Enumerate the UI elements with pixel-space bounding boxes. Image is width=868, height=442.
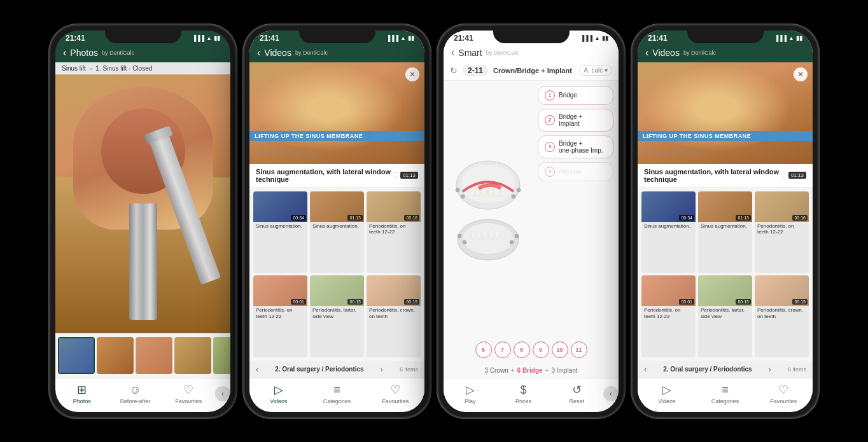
video-thumb-2-6: 00:19: [367, 275, 421, 306]
option-1[interactable]: 1 Bridge: [538, 86, 613, 105]
tab-before-after[interactable]: ☺ Before-after: [109, 383, 162, 404]
prices-icon: $: [521, 383, 527, 397]
sinus-illustration: [55, 74, 230, 333]
thumb-5[interactable]: [213, 337, 230, 374]
close-button-4[interactable]: ✕: [794, 67, 808, 81]
video-card-2-4[interactable]: 00:01 Periodontitis, on teeth 12-22: [253, 275, 307, 357]
summary-plus-1: +: [511, 367, 515, 374]
tab-videos-2[interactable]: ▷ Videos: [249, 383, 308, 404]
reset-icon: ↺: [572, 383, 582, 397]
thumb-3[interactable]: [136, 337, 172, 374]
phone2-screen: 21:41 ▐▐▐ ▲ ▮▮ ‹ Videos by DentiCalc ✕ L…: [249, 31, 424, 412]
calc-label[interactable]: A. calc ▾: [579, 65, 612, 76]
battery-icon-2: ▮▮: [408, 35, 414, 41]
video-thumb-4-5: 00:15: [698, 275, 752, 306]
play-icon: ▷: [466, 383, 475, 397]
video-thumb-2-5: 00:15: [310, 275, 364, 306]
summary-bridge: 6 Bridge: [517, 367, 543, 374]
video-card-2-5[interactable]: 00:15 Periodontitis, tartar, side view: [310, 275, 364, 357]
tab-favourites-2[interactable]: ♡ Favourites: [366, 383, 424, 404]
before-after-icon: ☺: [129, 383, 141, 397]
tooth-8[interactable]: 8: [514, 342, 530, 358]
tab-favourites-1[interactable]: ♡ Favourites: [162, 383, 215, 404]
options-panel: 1 Bridge 2 Bridge + Implant 3 Bridge + o…: [533, 81, 619, 336]
tooth-9[interactable]: 9: [533, 342, 549, 358]
phones-container: 21:41 ▐▐▐ ▲ ▮▮ ‹ Photos by DentiCalc Sin…: [0, 0, 868, 442]
video-card-2-2[interactable]: 01:13 Sinus augmentation,: [310, 191, 364, 273]
back-button-3[interactable]: ‹: [451, 47, 454, 59]
heart-icon-2[interactable]: ♡: [392, 170, 400, 181]
summary-plus-2: +: [545, 367, 549, 374]
nav-section-bar-2[interactable]: ‹ 2. Oral surgery / Periodontics › 6 ite…: [249, 361, 424, 378]
nav-bar-3: ‹ Smart by DentiCalc: [444, 45, 619, 62]
option-text-3: Bridge + one-phase Imp.: [559, 140, 603, 154]
video-card-4-3[interactable]: 00:16 Periodontitis, on teeth 12-22: [755, 191, 809, 273]
page-count-4: 6 items: [788, 366, 806, 373]
video-label-2-3: Periodontitis, on teeth 12-22: [367, 222, 421, 237]
close-button-2[interactable]: ✕: [405, 67, 419, 81]
option-num-4: 4: [545, 167, 555, 177]
refresh-icon[interactable]: ↻: [450, 66, 458, 76]
video-card-2-3[interactable]: 00:16 Periodontitis, on teeth 12-22: [367, 191, 421, 273]
video-thumb-4-4: 00:01: [641, 275, 696, 306]
tooth-11[interactable]: 11: [571, 342, 587, 358]
tab-categories-4[interactable]: ≡ Categories: [696, 383, 755, 404]
nav-prev-4[interactable]: ‹: [644, 365, 647, 374]
nav-prev-2[interactable]: ‹: [256, 365, 258, 374]
categories-icon-2: ≡: [333, 383, 340, 397]
back-button-1[interactable]: ‹: [63, 47, 66, 59]
tab-more-3[interactable]: ‹: [603, 386, 619, 401]
video-card-2-6[interactable]: 00:19 Periodontitis, crown, on teeth: [367, 275, 421, 357]
smart-main: 1 Bridge 2 Bridge + Implant 3 Bridge + o…: [444, 81, 619, 336]
video-thumb-2-3: 00:16: [367, 191, 421, 222]
status-bar-2: 21:41 ▐▐▐ ▲ ▮▮: [249, 31, 424, 45]
tab-favourites-4[interactable]: ♡ Favourites: [754, 383, 813, 404]
video-card-4-2[interactable]: 01:13 Sinus augmentation,: [698, 191, 752, 273]
thumb-1[interactable]: [58, 337, 95, 374]
video-card-4-5[interactable]: 00:15 Periodontitis, tartar, side view: [698, 275, 752, 357]
hero-blue-label-2: LIFTING UP THE SINUS MEMBRANE: [249, 131, 424, 141]
video-grid-4: 00:34 Sinus augmentation, 01:13 Sinus au…: [638, 188, 813, 361]
tooth-6[interactable]: 6: [475, 342, 492, 358]
option-2[interactable]: 2 Bridge + Implant: [538, 109, 613, 132]
video-thumb-4-1: 00:34: [641, 191, 696, 222]
nav-next-2[interactable]: ›: [381, 365, 383, 374]
video-card-4-4[interactable]: 00:01 Periodontitis, on teeth 12-22: [641, 275, 696, 357]
tooth-7[interactable]: 7: [494, 342, 511, 358]
tab-categories-2[interactable]: ≡ Categories: [308, 383, 367, 404]
tab-play[interactable]: ▷ Play: [444, 383, 497, 404]
tooth-10[interactable]: 10: [552, 342, 568, 358]
wifi-icon: ▲: [206, 35, 212, 41]
status-icons-2: ▐▐▐ ▲ ▮▮: [386, 35, 414, 41]
tab-prices[interactable]: $ Prices: [497, 383, 550, 404]
tab-photos[interactable]: ⊞ Photos: [55, 383, 109, 404]
video-card-4-1[interactable]: 00:34 Sinus augmentation,: [641, 191, 696, 273]
option-num-3: 3: [545, 142, 555, 152]
video-card-4-6[interactable]: 00:19 Periodontitis, crown, on teeth: [755, 275, 809, 357]
option-4[interactable]: 4 Premium: [538, 162, 613, 181]
svg-rect-7: [501, 188, 506, 196]
video-card-2-1[interactable]: 00:34 Sinus augmentation,: [253, 191, 307, 273]
duration-2-2: 01:13: [347, 215, 363, 221]
back-button-2[interactable]: ‹: [257, 47, 260, 59]
heart-icon-4[interactable]: ♡: [780, 170, 788, 181]
tab-more-1[interactable]: ‹: [215, 386, 230, 401]
thumb-4[interactable]: [174, 337, 211, 374]
svg-rect-15: [477, 231, 481, 239]
status-bar-3: 21:41 ▐▐▐ ▲ ▮▮: [444, 31, 619, 45]
back-button-4[interactable]: ‹: [645, 47, 648, 59]
nav-section-bar-4[interactable]: ‹ 2. Oral surgery / Periodontics › 6 ite…: [638, 361, 813, 378]
thumb-2[interactable]: [97, 337, 134, 374]
duration-4-5: 00:15: [736, 299, 751, 305]
thumbnail-strip: [55, 333, 230, 378]
time-3: 21:41: [454, 34, 473, 43]
tab-reset[interactable]: ↺ Reset: [550, 383, 603, 404]
video-label-4-4: Periodontitis, on teeth 12-22: [641, 306, 696, 321]
option-num-2: 2: [545, 115, 555, 125]
tab-videos-4[interactable]: ▷ Videos: [638, 383, 696, 404]
option-3[interactable]: 3 Bridge + one-phase Imp.: [538, 135, 613, 158]
status-bar-4: 21:41 ▐▐▐ ▲ ▮▮: [638, 31, 813, 45]
hero-subtitle-2: Oral surgery / Periodontics: [255, 151, 315, 156]
nav-next-4[interactable]: ›: [769, 365, 771, 374]
svg-rect-2: [469, 188, 474, 196]
